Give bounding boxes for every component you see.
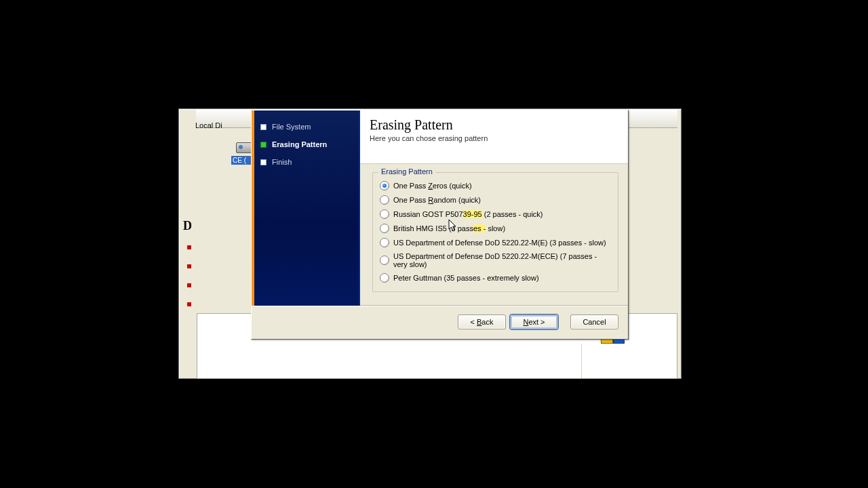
group-legend: Erasing Pattern: [378, 167, 435, 176]
step-marker-icon: [260, 142, 267, 148]
red-marker-icon: [187, 302, 191, 306]
cancel-button[interactable]: Cancel: [570, 314, 618, 329]
radio-guttman[interactable]: Peter Guttman (35 passes - extremely slo…: [380, 273, 611, 283]
erasing-pattern-group: Erasing Pattern One Pass Zeros (quick) O…: [372, 172, 618, 292]
radio-icon: [380, 209, 389, 219]
step-file-system[interactable]: File System: [260, 123, 355, 131]
back-button[interactable]: < Back: [458, 314, 506, 329]
wizard-main: Erasing Pattern Here you can chose erasi…: [360, 110, 628, 306]
radio-gost[interactable]: Russian GOST P50739-95 (2 passes - quick…: [380, 209, 611, 219]
radio-label: Peter Guttman (35 passes - extremely slo…: [393, 274, 539, 282]
radio-one-pass-random[interactable]: One Pass Random (quick): [380, 195, 611, 205]
radio-icon: [380, 195, 389, 205]
radio-label: US Department of Defense DoD 5220.22-M(E…: [393, 252, 611, 268]
step-label: Finish: [272, 158, 292, 166]
radio-one-pass-zeros[interactable]: One Pass Zeros (quick): [380, 181, 611, 190]
red-marker-icon: [187, 264, 191, 268]
step-label: File System: [272, 123, 311, 131]
step-erasing-pattern[interactable]: Erasing Pattern: [260, 140, 355, 148]
radio-dod-e[interactable]: US Department of Defense DoD 5220.22-M(E…: [380, 238, 611, 247]
radio-icon: [380, 256, 389, 265]
radio-british-hmg[interactable]: British HMG IS5 (3 passes - slow): [380, 224, 611, 233]
wizard-subtitle: Here you can chose erasing pattern: [370, 134, 618, 142]
radio-label: Russian GOST P50739-95 (2 passes - quick…: [393, 210, 543, 218]
step-finish[interactable]: Finish: [260, 158, 355, 166]
wizard-title: Erasing Pattern: [370, 117, 618, 133]
radio-dod-ece[interactable]: US Department of Defense DoD 5220.22-M(E…: [380, 252, 611, 268]
step-marker-icon: [260, 159, 267, 165]
wizard-header: Erasing Pattern Here you can chose erasi…: [360, 110, 628, 164]
radio-icon: [380, 181, 389, 190]
radio-label: One Pass Random (quick): [393, 196, 481, 204]
next-button[interactable]: Next >: [510, 314, 558, 329]
erasing-pattern-wizard-dialog: File System Erasing Pattern Finish Erasi…: [251, 110, 629, 340]
red-marker-icon: [187, 245, 191, 249]
radio-icon: [380, 238, 389, 247]
bg-local-disk-label: Local Di: [195, 121, 256, 129]
radio-icon: [380, 273, 389, 283]
wizard-button-bar: < Back Next > Cancel: [252, 306, 628, 338]
radio-icon: [380, 224, 389, 233]
radio-label: US Department of Defense DoD 5220.22-M(E…: [393, 239, 606, 247]
radio-label: British HMG IS5 (3 passes - slow): [393, 224, 505, 232]
radio-label: One Pass Zeros (quick): [393, 182, 472, 190]
step-marker-icon: [260, 124, 267, 130]
bg-d-letter: D: [183, 219, 193, 232]
red-marker-icon: [187, 283, 191, 287]
wizard-step-sidebar: File System Erasing Pattern Finish: [252, 110, 360, 306]
step-label: Erasing Pattern: [272, 140, 327, 148]
